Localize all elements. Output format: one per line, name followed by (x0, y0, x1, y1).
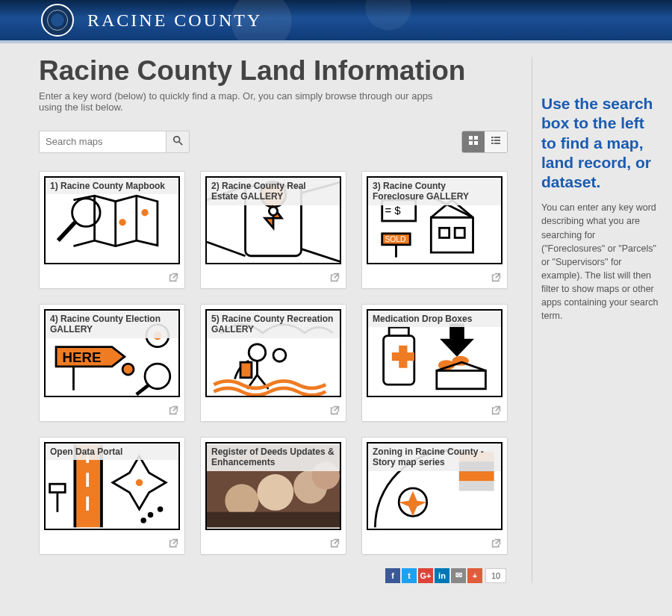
svg-rect-54 (50, 484, 66, 492)
sidebar-body: You can enter any key word describing wh… (541, 201, 660, 323)
svg-point-57 (158, 506, 163, 511)
app-card-title: 4) Racine County Election GALLERY (46, 311, 178, 338)
svg-rect-43 (389, 327, 408, 335)
external-link-icon[interactable] (330, 405, 340, 417)
svg-rect-46 (437, 370, 486, 388)
page-title: Racine County Land Information (39, 57, 508, 86)
svg-rect-10 (491, 143, 494, 144)
external-link-icon[interactable] (330, 273, 340, 284)
svg-line-38 (137, 385, 149, 394)
search-button[interactable] (166, 131, 190, 153)
external-link-icon[interactable] (491, 273, 501, 284)
svg-point-18 (141, 209, 148, 216)
svg-point-36 (122, 364, 134, 375)
share-twitter-button[interactable]: t (402, 568, 417, 583)
svg-line-23 (301, 249, 340, 261)
app-card[interactable]: 2) Racine County Real Estate GALLERY (200, 171, 346, 289)
svg-point-17 (119, 219, 125, 225)
app-card[interactable]: HERE4) Racine County Election GALLERY (39, 304, 185, 422)
svg-rect-68 (459, 481, 494, 491)
share-linkedin-button[interactable]: in (435, 568, 449, 583)
svg-rect-2 (469, 136, 473, 140)
svg-rect-5 (474, 141, 478, 145)
share-google-plus-button[interactable]: G+ (418, 568, 433, 583)
svg-rect-8 (491, 140, 494, 141)
svg-point-39 (249, 344, 265, 361)
svg-point-61 (257, 474, 293, 511)
app-card-title: 5) Racine County Recreation GALLERY (207, 311, 340, 338)
external-link-icon[interactable] (169, 405, 178, 417)
app-grid: 1) Racine County Mapbook2) Racine County… (39, 171, 508, 555)
app-card-title: 1) Racine County Mapbook (46, 178, 178, 194)
svg-rect-3 (474, 136, 478, 140)
svg-rect-40 (240, 362, 252, 378)
share-email-button[interactable]: ✉ (451, 568, 466, 583)
site-header: RACINE COUNTY (0, 0, 672, 43)
svg-line-21 (207, 242, 246, 256)
app-card[interactable]: = $SOLD3) Racine County Foreclosure GALL… (361, 171, 508, 289)
app-card-title: Medication Drop Boxes (368, 311, 501, 327)
external-link-icon[interactable] (491, 538, 501, 550)
search-icon (172, 135, 183, 149)
svg-point-53 (136, 479, 143, 485)
page-subtitle: Enter a key word (below) to quickly find… (39, 90, 457, 113)
app-card-title: Register of Deeds Updates & Enhancements (207, 444, 340, 471)
app-card-title: Open Data Portal (46, 444, 178, 460)
share-facebook-button[interactable]: f (385, 568, 400, 583)
app-card[interactable]: Register of Deeds Updates & Enhancements (200, 437, 346, 555)
sidebar-heading: Use the search box to the left to find a… (541, 94, 660, 192)
help-sidebar: Use the search box to the left to find a… (532, 57, 666, 583)
search-input[interactable] (39, 131, 166, 153)
svg-rect-9 (494, 140, 500, 141)
external-link-icon[interactable] (169, 538, 178, 550)
share-row: ftG+in✉+ 10 (39, 568, 508, 583)
app-card[interactable]: Open Data Portal (39, 437, 185, 555)
svg-line-16 (58, 223, 75, 240)
svg-line-1 (179, 142, 182, 145)
app-card-title: 2) Racine County Real Estate GALLERY (207, 178, 340, 205)
svg-point-0 (174, 137, 180, 143)
list-icon (491, 135, 501, 149)
svg-point-24 (269, 207, 277, 215)
svg-point-58 (140, 517, 146, 523)
svg-rect-67 (459, 471, 494, 481)
view-toggle (461, 131, 508, 153)
svg-text:SOLD: SOLD (385, 235, 405, 243)
site-title: RACINE COUNTY (87, 10, 262, 31)
app-card-title: Zoning in Racine County - Story map seri… (368, 444, 501, 471)
svg-rect-4 (469, 141, 473, 145)
external-link-icon[interactable] (169, 273, 178, 284)
svg-text:HERE: HERE (62, 349, 101, 365)
county-seal-icon (41, 4, 74, 37)
svg-rect-6 (491, 137, 494, 138)
controls-row (39, 131, 508, 153)
app-card[interactable]: Zoning in Racine County - Story map seri… (361, 437, 508, 555)
svg-point-56 (148, 512, 153, 517)
svg-rect-7 (494, 137, 500, 138)
list-view-button[interactable] (485, 131, 507, 152)
app-card[interactable]: 5) Racine County Recreation GALLERY (200, 304, 346, 422)
app-card[interactable]: Medication Drop Boxes (361, 304, 508, 422)
app-card[interactable]: 1) Racine County Mapbook (39, 171, 185, 289)
external-link-icon[interactable] (330, 538, 340, 550)
grid-icon (468, 135, 479, 149)
share-count: 10 (485, 568, 506, 583)
share-more-button[interactable]: + (467, 568, 482, 583)
svg-point-41 (273, 349, 286, 361)
svg-text:= $: = $ (385, 203, 401, 216)
grid-view-button[interactable] (462, 131, 485, 152)
external-link-icon[interactable] (491, 405, 501, 417)
svg-rect-64 (207, 512, 340, 528)
app-card-title: 3) Racine County Foreclosure GALLERY (368, 178, 501, 205)
svg-rect-11 (494, 143, 500, 144)
